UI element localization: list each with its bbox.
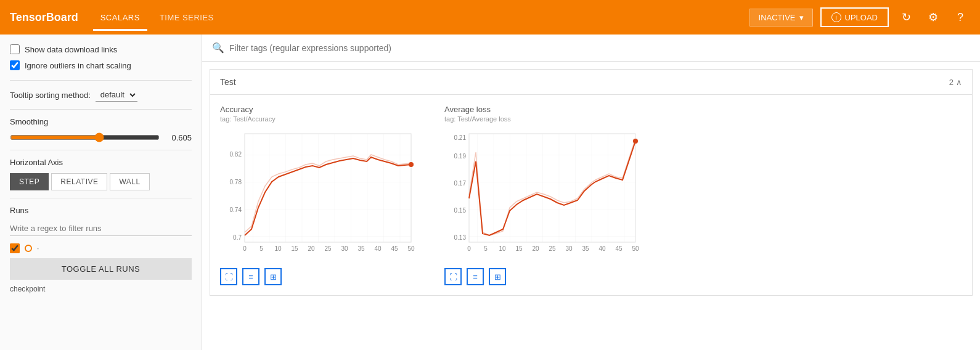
axis-step-button[interactable]: STEP	[10, 173, 49, 190]
accuracy-chart-area: 0.7 0.74 0.78 0.82 0 5 10 15 20 25 30	[220, 128, 417, 263]
upload-button[interactable]: i UPLOAD	[820, 7, 889, 27]
ignore-outliers-checkbox[interactable]	[10, 60, 20, 70]
tooltip-select[interactable]: default	[96, 88, 137, 102]
svg-text:5: 5	[259, 245, 263, 252]
accuracy-chart-container: Accuracy tag: Test/Accuracy	[220, 105, 430, 285]
main-nav: SCALARS TIME SERIES	[93, 10, 749, 25]
svg-text:50: 50	[632, 245, 639, 252]
section-count: 2 ∧	[949, 78, 962, 87]
accuracy-data-btn[interactable]: ≡	[242, 268, 259, 285]
tooltip-label: Tooltip sorting method:	[10, 91, 91, 100]
svg-text:20: 20	[532, 245, 539, 252]
show-links-row[interactable]: Show data download links	[10, 44, 192, 54]
svg-text:0.78: 0.78	[230, 179, 242, 185]
ignore-outliers-row[interactable]: Ignore outliers in chart scaling	[10, 60, 192, 70]
runs-label: Runs	[10, 206, 192, 215]
loss-svg: 0.13 0.15 0.17 0.19 0.21 0 5 10 15 20 25	[444, 128, 642, 263]
inactive-label: INACTIVE	[759, 13, 796, 22]
toggle-all-runs-button[interactable]: TOGGLE ALL RUNS	[10, 258, 192, 280]
header-right: INACTIVE ▾ i UPLOAD ↻ ⚙ ?	[749, 7, 970, 27]
loss-expand-btn[interactable]: ⛶	[444, 268, 462, 285]
svg-text:0.17: 0.17	[454, 180, 467, 187]
axis-buttons: STEP RELATIVE WALL	[10, 173, 192, 190]
dropdown-icon: ▾	[799, 13, 804, 22]
loss-data-btn[interactable]: ≡	[467, 268, 484, 285]
expand-icon[interactable]: ∧	[956, 78, 962, 87]
svg-text:0.13: 0.13	[454, 234, 467, 241]
nav-time-series[interactable]: TIME SERIES	[152, 10, 221, 25]
svg-point-17	[409, 162, 414, 167]
nav-scalars[interactable]: SCALARS	[93, 10, 147, 25]
settings-button[interactable]: ⚙	[923, 7, 943, 27]
checkpoint-label: checkpoint	[10, 285, 192, 293]
accuracy-expand-btn[interactable]: ⛶	[220, 268, 237, 285]
svg-rect-0	[245, 134, 411, 242]
display-options: Show data download links Ignore outliers…	[10, 44, 192, 70]
refresh-button[interactable]: ↻	[896, 7, 916, 27]
main-layout: Show data download links Ignore outliers…	[0, 35, 980, 350]
svg-text:40: 40	[374, 245, 382, 252]
accuracy-zoom-btn[interactable]: ⊞	[264, 268, 282, 285]
svg-text:0.15: 0.15	[454, 207, 467, 214]
show-links-checkbox[interactable]	[10, 44, 20, 54]
svg-text:45: 45	[391, 245, 398, 252]
divider-4	[10, 198, 192, 198]
svg-text:5: 5	[484, 245, 488, 252]
divider-3	[10, 150, 192, 150]
smoothing-slider[interactable]	[10, 132, 160, 142]
inactive-dropdown[interactable]: INACTIVE ▾	[749, 9, 813, 26]
svg-text:20: 20	[308, 245, 315, 252]
svg-text:0.21: 0.21	[454, 134, 467, 141]
svg-text:35: 35	[582, 245, 589, 252]
sidebar: Show data download links Ignore outliers…	[0, 35, 202, 350]
svg-text:30: 30	[565, 245, 573, 252]
loss-title: Average loss	[444, 105, 654, 114]
accuracy-tag: tag: Test/Accuracy	[220, 115, 430, 123]
accuracy-toolbar: ⛶ ≡ ⊞	[220, 268, 430, 285]
svg-text:30: 30	[341, 245, 348, 252]
divider-1	[10, 80, 192, 81]
svg-text:10: 10	[499, 245, 506, 252]
upload-label: UPLOAD	[845, 13, 878, 22]
loss-toolbar: ⛶ ≡ ⊞	[444, 268, 654, 285]
loss-chart-area: 0.13 0.15 0.17 0.19 0.21 0 5 10 15 20 25	[444, 128, 642, 263]
show-links-label: Show data download links	[25, 45, 117, 54]
smoothing-label: Smoothing	[10, 117, 192, 126]
svg-text:15: 15	[515, 245, 523, 252]
section-header: Test 2 ∧	[210, 70, 972, 95]
svg-text:0: 0	[467, 245, 471, 252]
tooltip-row: Tooltip sorting method: default	[10, 88, 192, 102]
info-icon: i	[831, 12, 841, 22]
svg-text:45: 45	[615, 245, 623, 252]
test-section: Test 2 ∧ Accuracy tag: Test/Accuracy	[210, 69, 973, 296]
loss-tag: tag: Test/Average loss	[444, 115, 654, 123]
loss-chart-container: Average loss tag: Test/Average loss	[444, 105, 654, 285]
run-dot-1	[25, 245, 32, 252]
axis-label: Horizontal Axis	[10, 158, 192, 167]
svg-text:0.19: 0.19	[454, 153, 467, 160]
content-area: 🔍 Test 2 ∧ Accuracy tag: Test/Accuracy	[202, 35, 980, 350]
smoothing-value: 0.605	[167, 133, 192, 142]
loss-zoom-btn[interactable]: ⊞	[489, 268, 506, 285]
run-checkbox-1[interactable]	[10, 243, 20, 253]
svg-text:10: 10	[274, 245, 282, 252]
svg-text:0.82: 0.82	[230, 151, 242, 158]
logo: TensorBoard	[10, 11, 78, 24]
filter-input[interactable]	[229, 43, 970, 53]
svg-point-36	[633, 139, 638, 144]
accuracy-title: Accuracy	[220, 105, 430, 114]
help-button[interactable]: ?	[950, 7, 970, 27]
charts-row: Accuracy tag: Test/Accuracy	[210, 95, 972, 295]
filter-bar: 🔍	[202, 35, 980, 62]
accuracy-svg: 0.7 0.74 0.78 0.82 0 5 10 15 20 25 30	[220, 128, 417, 263]
axis-relative-button[interactable]: RELATIVE	[51, 173, 107, 190]
run-row-1: ·	[10, 243, 192, 253]
divider-2	[10, 109, 192, 110]
svg-text:0: 0	[243, 245, 247, 252]
svg-text:25: 25	[324, 245, 332, 252]
svg-text:15: 15	[291, 245, 298, 252]
header: TensorBoard SCALARS TIME SERIES INACTIVE…	[0, 0, 980, 35]
runs-filter-input[interactable]	[10, 221, 192, 236]
axis-wall-button[interactable]: WALL	[110, 173, 149, 190]
svg-text:25: 25	[549, 245, 556, 252]
